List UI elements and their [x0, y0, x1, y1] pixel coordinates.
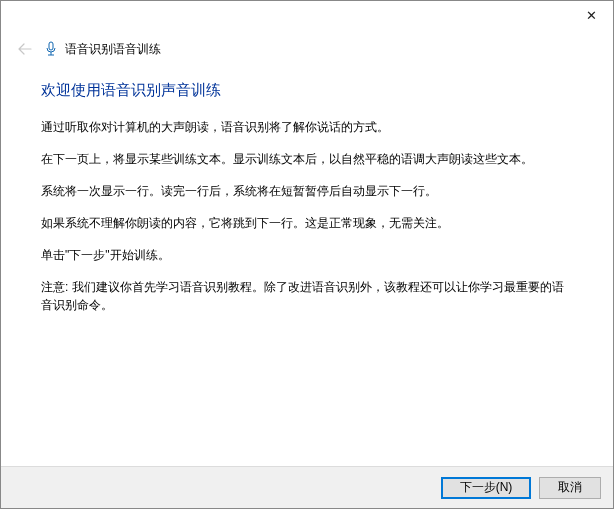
next-button[interactable]: 下一步(N) — [441, 477, 531, 499]
microphone-icon — [43, 41, 59, 57]
svg-rect-0 — [49, 42, 53, 50]
paragraph: 注意: 我们建议你首先学习语音识别教程。除了改进语音识别外，该教程还可以让你学习… — [41, 278, 573, 314]
back-arrow-icon — [17, 41, 33, 57]
wizard-window: ✕ 语音识别语音训练 欢迎使用语音识别声音训练 通过听取你对计算机的大声朗读，语… — [0, 0, 614, 509]
content-area: 欢迎使用语音识别声音训练 通过听取你对计算机的大声朗读，语音识别将了解你说话的方… — [41, 81, 573, 328]
titlebar: ✕ — [1, 1, 613, 31]
footer-bar: 下一步(N) 取消 — [1, 466, 613, 508]
paragraph: 在下一页上，将显示某些训练文本。显示训练文本后，以自然平稳的语调大声朗读这些文本… — [41, 150, 573, 168]
cancel-button[interactable]: 取消 — [539, 477, 601, 499]
paragraph: 如果系统不理解你朗读的内容，它将跳到下一行。这是正常现象，无需关注。 — [41, 214, 573, 232]
header-title: 语音识别语音训练 — [65, 41, 161, 58]
page-heading: 欢迎使用语音识别声音训练 — [41, 81, 573, 100]
close-icon: ✕ — [586, 8, 597, 23]
paragraph: 单击"下一步"开始训练。 — [41, 246, 573, 264]
back-button[interactable] — [15, 39, 35, 59]
paragraph: 系统将一次显示一行。读完一行后，系统将在短暂暂停后自动显示下一行。 — [41, 182, 573, 200]
paragraph: 通过听取你对计算机的大声朗读，语音识别将了解你说话的方式。 — [41, 118, 573, 136]
close-button[interactable]: ✕ — [569, 1, 613, 29]
header-row: 语音识别语音训练 — [1, 37, 613, 61]
